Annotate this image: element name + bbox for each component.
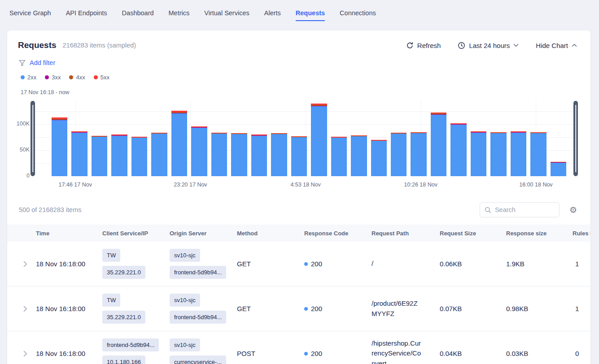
column-header: Time	[36, 230, 102, 237]
add-filter-button[interactable]: Add filter	[30, 59, 55, 66]
tab-virtual-services[interactable]: Virtual Services	[204, 9, 249, 21]
tab-metrics[interactable]: Metrics	[169, 9, 190, 21]
brush-handle-right[interactable]	[573, 101, 578, 176]
time-range-select[interactable]: Last 24 hours	[458, 42, 519, 49]
bar-segment-2xx	[291, 137, 307, 176]
bar-19[interactable]	[411, 132, 426, 176]
bar-segment-2xx	[331, 138, 347, 176]
chevron-right-icon	[23, 351, 27, 357]
requests-panel: Requests 2168283 items (sampled) Refresh…	[7, 30, 590, 364]
tab-dashboard[interactable]: Dashboard	[122, 9, 154, 21]
column-header: Request Size	[440, 230, 506, 237]
bar-16[interactable]	[351, 135, 367, 176]
y-axis-label: 50K	[9, 147, 30, 153]
bar-10[interactable]	[231, 133, 247, 176]
cell-method: POST	[237, 350, 304, 357]
legend-dot-4xx	[69, 75, 73, 79]
legend-item-5xx[interactable]: 5xx	[94, 74, 109, 81]
service-badge: sv10-sjc	[170, 249, 200, 262]
table-body: 18 Nov 16:18:00TW35.229.221.0sv10-sjcfro…	[7, 242, 590, 364]
bar-20[interactable]	[431, 113, 446, 176]
search-box[interactable]	[480, 202, 560, 217]
cell-request-size: 0.04KB	[440, 350, 506, 357]
column-header: Response size	[506, 230, 573, 237]
hide-chart-toggle[interactable]: Hide Chart	[536, 42, 577, 49]
cell-time: 18 Nov 16:18:00	[36, 260, 102, 268]
brush-handle-left[interactable]	[31, 101, 35, 176]
bar-7[interactable]	[171, 111, 187, 176]
row-expander[interactable]	[16, 306, 36, 312]
service-badge: frontend-5d9b94...	[170, 266, 226, 279]
bar-segment-2xx	[530, 133, 546, 176]
bar-15[interactable]	[331, 137, 347, 176]
cell-response-code: 200	[304, 350, 372, 357]
chart-legend: 2xx3xx4xx5xx	[7, 66, 590, 81]
bar-17[interactable]	[371, 140, 387, 176]
requests-chart: 050K100K17:46 17 Nov23:20 17 Nov4:53 18 …	[7, 100, 590, 192]
bar-1[interactable]	[52, 117, 67, 176]
bar-segment-2xx	[551, 163, 566, 176]
tab-alerts[interactable]: Alerts	[264, 9, 281, 21]
bar-21[interactable]	[450, 123, 466, 176]
row-expander[interactable]	[16, 351, 36, 357]
x-axis-label: 4:53 18 Nov	[290, 182, 320, 188]
table-row[interactable]: 18 Nov 16:18:00frontend-5d9b94...10.1.18…	[7, 331, 590, 364]
bar-22[interactable]	[471, 131, 486, 176]
service-badge: TW	[102, 249, 120, 262]
bar-2[interactable]	[71, 131, 87, 176]
legend-label-2xx: 2xx	[27, 74, 36, 81]
bar-11[interactable]	[251, 134, 267, 176]
table-row[interactable]: 18 Nov 16:18:00TW35.229.221.0sv10-sjcfro…	[7, 242, 590, 286]
tab-requests[interactable]: Requests	[296, 9, 325, 21]
bar-segment-2xx	[431, 115, 446, 176]
search-input[interactable]	[495, 206, 555, 213]
x-axis-label: 23:20 17 Nov	[174, 182, 207, 188]
bar-5[interactable]	[131, 137, 147, 176]
table-row[interactable]: 18 Nov 16:18:00TW35.229.221.0sv10-sjcfro…	[7, 286, 590, 331]
bar-26[interactable]	[551, 162, 566, 176]
row-expander[interactable]	[16, 261, 36, 267]
tab-service-graph[interactable]: Service Graph	[9, 9, 51, 21]
gear-icon[interactable]: ⚙	[569, 206, 577, 214]
bar-12[interactable]	[271, 133, 287, 176]
clock-icon	[458, 42, 465, 49]
response-code-value: 200	[311, 350, 322, 357]
bar-segment-2xx	[171, 113, 187, 176]
bar-segment-2xx	[151, 134, 167, 176]
panel-header: Requests 2168283 items (sampled) Refresh…	[7, 30, 590, 50]
table-header-row: TimeClient Service/IPOrigin ServerMethod…	[7, 225, 590, 242]
bar-segment-2xx	[52, 120, 67, 176]
bar-8[interactable]	[191, 126, 207, 176]
cell-origin-server: sv10-sjcfrontend-5d9b94...	[170, 287, 237, 330]
response-code-dot	[304, 262, 308, 266]
column-header: Client Service/IP	[102, 230, 170, 237]
x-axis-label: 16:00 18 Nov	[519, 182, 552, 188]
refresh-button[interactable]: Refresh	[406, 42, 441, 49]
legend-label-5xx: 5xx	[101, 74, 109, 81]
service-badge: frontend-5d9b94...	[170, 311, 226, 324]
bar-24[interactable]	[511, 131, 526, 176]
cell-origin-server: sv10-sjccurrencyservice-...	[170, 332, 237, 364]
cell-method: GET	[237, 260, 304, 268]
legend-item-4xx[interactable]: 4xx	[69, 74, 85, 81]
bar-segment-2xx	[311, 106, 327, 176]
bar-9[interactable]	[211, 133, 227, 176]
bar-segment-2xx	[211, 134, 227, 176]
legend-dot-5xx	[94, 75, 98, 79]
legend-item-2xx[interactable]: 2xx	[21, 74, 36, 81]
bar-13[interactable]	[291, 136, 307, 176]
bar-23[interactable]	[490, 132, 506, 176]
bar-6[interactable]	[151, 133, 167, 176]
tab-api-endpoints[interactable]: API Endpoints	[66, 9, 107, 21]
bar-25[interactable]	[530, 132, 546, 176]
bar-3[interactable]	[92, 136, 107, 176]
legend-item-3xx[interactable]: 3xx	[45, 74, 61, 81]
cell-client-service-ip: frontend-5d9b94...10.1.180.166	[102, 332, 170, 364]
bar-18[interactable]	[391, 133, 407, 176]
response-code-value: 200	[311, 305, 322, 312]
bar-segment-2xx	[271, 134, 287, 176]
bar-14[interactable]	[311, 104, 327, 176]
legend-dot-2xx	[21, 75, 25, 79]
tab-connections[interactable]: Connections	[340, 9, 376, 21]
bar-4[interactable]	[111, 134, 127, 176]
